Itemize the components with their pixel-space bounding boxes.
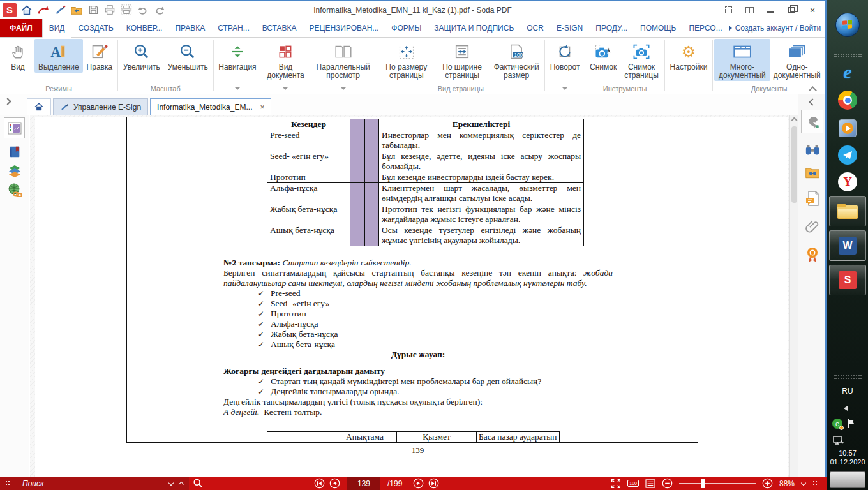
show-hidden-icons-arrow[interactable] (844, 406, 848, 411)
fit-page-button[interactable]: По размеру страницы (378, 39, 435, 81)
expand-panel-icon[interactable] (5, 99, 10, 104)
search-bar[interactable]: Поиск (0, 477, 189, 490)
antivirus-tray-icon[interactable]: e (832, 419, 842, 429)
zoom-in-button[interactable]: Увеличить (119, 39, 164, 73)
tab-edit[interactable]: ПРАВКА (168, 19, 211, 38)
comments-panel-button[interactable] (805, 190, 820, 207)
restore-button[interactable] (786, 6, 797, 15)
tab-convert[interactable]: КОНВЕР... (120, 19, 169, 38)
fit-width-button[interactable]: По ширине страницы (435, 39, 490, 81)
last-page-button[interactable] (428, 478, 439, 489)
scroll-up-icon[interactable] (791, 117, 798, 124)
pen-icon[interactable] (54, 4, 66, 17)
multi-document-button[interactable]: Много-документный (714, 39, 770, 81)
rotate-button[interactable]: Поворот (546, 39, 584, 73)
layers-panel-button[interactable] (7, 163, 22, 179)
dropdown-arrow-icon[interactable] (562, 87, 567, 90)
zoom-slider-handle[interactable] (701, 479, 705, 488)
thumbnails-panel-button[interactable] (4, 117, 25, 138)
search-input[interactable]: Поиск (22, 479, 44, 488)
undo-icon[interactable] (137, 4, 149, 17)
action-center-flag-icon[interactable] (848, 419, 855, 428)
vertical-scrollbar[interactable] (789, 115, 798, 477)
dropdown-arrow-icon[interactable] (235, 87, 240, 90)
document-canvas[interactable]: Кезеңдер Ерекшеліктері Pre-seedИнвесторл… (30, 115, 798, 477)
tab-view[interactable]: ВИД (42, 19, 72, 38)
tab-insert[interactable]: ВСТАВКА (256, 19, 303, 38)
zoom-slider[interactable] (679, 483, 756, 484)
edit-mode-button[interactable]: Правка (83, 39, 117, 73)
zoom-out-button[interactable] (662, 478, 673, 489)
tab-products[interactable]: ПРОДУ... (589, 19, 634, 38)
close-button[interactable]: × (807, 6, 818, 15)
tools-panel-button[interactable] (801, 110, 823, 133)
search-files-panel-button[interactable] (805, 165, 820, 181)
show-desktop-button[interactable] (830, 471, 865, 488)
create-account-link[interactable]: Создать аккаунт / Войти (729, 19, 830, 38)
tab-ocr[interactable]: OCR (520, 19, 550, 38)
collapse-sidebar-icon[interactable] (810, 100, 816, 106)
reading-view-button[interactable] (744, 6, 754, 15)
home-icon[interactable] (20, 4, 33, 17)
search-icon[interactable] (193, 478, 203, 488)
chrome-icon[interactable] (837, 89, 858, 111)
tab-forms[interactable]: ФОРМЫ (385, 19, 428, 38)
internet-explorer-icon[interactable]: e (837, 61, 858, 83)
next-page-button[interactable] (413, 478, 424, 489)
bookmarks-panel-button[interactable] (7, 144, 22, 160)
zoom-level[interactable]: 88% (779, 479, 795, 488)
attachments-panel-button[interactable] (805, 218, 820, 235)
minimize-button[interactable] (765, 6, 775, 15)
share-icon[interactable] (37, 4, 50, 17)
scrollbar-thumb[interactable] (791, 126, 797, 203)
zoom-in-button[interactable] (762, 478, 773, 489)
snapshot-button[interactable]: Снимок (587, 39, 620, 73)
actual-size-button[interactable]: 100 Фактический размер (490, 39, 543, 81)
single-document-button[interactable]: Одно-документный (770, 39, 824, 81)
dropdown-arrow-icon[interactable] (283, 87, 288, 90)
clock-time[interactable]: 10:57 (827, 449, 868, 457)
navigation-button[interactable]: Навигация (214, 39, 260, 73)
fit-screen-icon[interactable] (611, 479, 621, 489)
links-panel-button[interactable] (7, 182, 22, 198)
page-snapshot-button[interactable]: Снимок страницы (620, 39, 663, 81)
zoom-out-button[interactable]: Уменьшить (164, 39, 212, 73)
soda-pdf-taskbar-button[interactable]: S (829, 265, 866, 295)
word-taskbar-button[interactable]: W (829, 230, 866, 261)
search-next-icon[interactable] (179, 481, 184, 486)
signatures-panel-button[interactable] (805, 246, 820, 263)
close-tab-icon[interactable]: × (260, 103, 264, 112)
actual-size-icon[interactable]: 100 (627, 480, 639, 487)
parallel-view-button[interactable]: Параллельный просмотр (311, 39, 375, 81)
dropdown-arrow-icon[interactable] (341, 87, 346, 90)
tab-file[interactable]: ФАЙЛ (0, 19, 42, 38)
fullscreen-button[interactable] (723, 6, 733, 15)
previous-page-button[interactable] (329, 478, 340, 489)
tab-secure-sign[interactable]: ЗАЩИТА И ПОДПИСЬ (428, 19, 520, 38)
print-area-icon[interactable] (120, 4, 133, 17)
redo-icon[interactable] (153, 4, 166, 17)
home-tab[interactable] (27, 98, 51, 115)
view-mode-button[interactable]: Вид (1, 39, 34, 73)
current-page-input[interactable]: 139 (347, 477, 380, 490)
language-indicator[interactable]: RU (827, 387, 868, 396)
search-panel-button[interactable] (805, 142, 820, 158)
document-view-button[interactable]: Вид документа (263, 39, 308, 81)
telegram-icon[interactable] (837, 144, 858, 166)
tab-personalize[interactable]: ПЕРСО... (682, 19, 728, 38)
media-player-icon[interactable] (837, 117, 858, 139)
tab-create[interactable]: СОЗДАТЬ (71, 19, 119, 38)
print-icon[interactable] (103, 4, 116, 17)
save-icon[interactable] (87, 4, 100, 17)
network-icon[interactable] (832, 435, 844, 445)
current-document-tab[interactable]: Informatika_Metodika_EM... × (150, 98, 271, 115)
tab-review[interactable]: РЕЦЕНЗИРОВАН... (303, 19, 385, 38)
select-mode-button[interactable]: A Выделение (34, 39, 83, 73)
explorer-taskbar-button[interactable] (829, 196, 866, 226)
open-folder-icon[interactable] (70, 4, 83, 17)
tab-esign[interactable]: E-SIGN (550, 19, 589, 38)
zoom-menu-icon[interactable] (801, 481, 806, 486)
settings-button[interactable]: ⚙ Настройки (666, 39, 712, 73)
tab-pages[interactable]: СТРАН... (211, 19, 255, 38)
first-page-button[interactable] (314, 478, 325, 489)
